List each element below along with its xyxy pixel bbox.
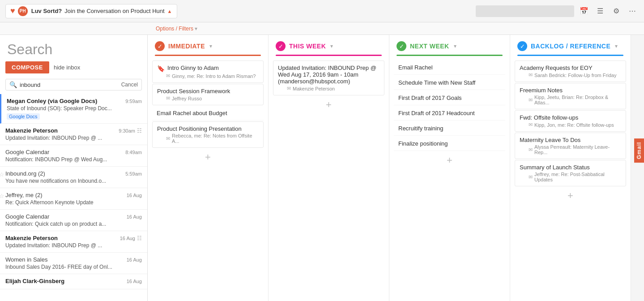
col-header-immediate: ✓ IMMEDIATE ▾ <box>148 35 268 51</box>
compose-button[interactable]: COMPOSE <box>5 61 49 73</box>
mail-icon: ✉ <box>166 136 170 142</box>
card-title: Updated Invitation: INBOUND Prep @ Wed A… <box>278 64 380 85</box>
kanban-card-simple[interactable]: Finalize positioning <box>394 137 505 151</box>
col-header-backlog: ✓ BACKLOG / REFERENCE ▾ <box>510 35 631 51</box>
kanban-card[interactable]: Product Positioning Presentation ✉Rebecc… <box>152 121 264 148</box>
kanban-col-backlog: ✓ BACKLOG / REFERENCE ▾ Academy Requests… <box>510 35 631 301</box>
email-time: 16 Aug☷ <box>120 235 142 241</box>
card-sub: ✉Alyssa Perreault: Maternity Leave- Rep.… <box>520 144 621 155</box>
kanban-card[interactable]: Maternity Leave To Dos ✉Alyssa Perreault… <box>515 133 626 159</box>
email-list-item[interactable]: Google Calendar 8:49am Notification: INB… <box>0 145 147 167</box>
email-time: 5:59am <box>125 171 142 176</box>
col-cards-next-week: Email RachelSchedule Time with New Staff… <box>389 56 510 301</box>
email-subject: You have new notifications on Inbound.o.… <box>5 178 122 184</box>
col-cards-immediate: 🔖Intro Ginny to Adam ✉Ginny, me: Re: Int… <box>148 56 268 301</box>
email-sender: Google Calendar <box>5 213 49 220</box>
card-title: Maternity Leave To Dos <box>520 137 621 143</box>
options-filters[interactable]: Options / Filters ▾ <box>156 26 197 32</box>
email-subject: Inbound Sales Day 2016- FREE day of Onl.… <box>5 264 122 270</box>
card-title: Summary of Launch Status <box>520 164 621 171</box>
add-card-btn-backlog[interactable]: + <box>565 190 576 202</box>
email-sender: Makenzie Peterson <box>5 127 58 134</box>
email-subject: Updated Invitation: INBOUND Prep @ ... <box>5 135 122 141</box>
calendar-icon[interactable]: 📅 <box>578 5 590 17</box>
ph-logo: PH <box>18 6 28 16</box>
kanban-board: ✓ IMMEDIATE ▾ 🔖Intro Ginny to Adam ✉Ginn… <box>148 35 644 301</box>
email-sender: Elijah Clark-Ginsberg <box>5 278 64 284</box>
heart-icon: ♥ <box>10 6 15 16</box>
card-sub: ✉Jeffrey, me: Re: Post-Sabbatical Update… <box>520 172 621 182</box>
kanban-col-immediate: ✓ IMMEDIATE ▾ 🔖Intro Ginny to Adam ✉Ginn… <box>148 35 269 301</box>
calendar-icon: ☷ <box>137 128 142 134</box>
card-sub: ✉Jeffrey Russo <box>157 95 259 101</box>
star-icon: ☆ <box>0 193 4 199</box>
email-subject: Notification: Quick catch up on product … <box>5 221 122 227</box>
add-card-btn-this-week[interactable]: + <box>323 99 335 111</box>
email-list-item[interactable]: ☆ Jeffrey, me (2) 16 Aug Re: Quick After… <box>0 188 147 210</box>
email-sender: Women in Sales <box>5 256 47 263</box>
kanban-card-simple[interactable]: Recruitify training <box>394 121 505 136</box>
kanban-card-simple[interactable]: Email Rachel <box>394 60 505 75</box>
col-title-next-week: NEXT WEEK <box>410 43 449 50</box>
bookmark-icon: 🔖 <box>157 65 165 72</box>
col-dropdown-next-week[interactable]: ▾ <box>454 43 456 49</box>
kanban-card[interactable]: Fwd: Offsite follow-ups ✉Kipp, Jon, me: … <box>515 110 626 132</box>
email-time: 9:30am☷ <box>119 128 142 134</box>
kanban-card[interactable]: Product Session Framework ✉Jeffrey Russo <box>152 84 264 105</box>
email-sender: Megan Conley (via Google Docs) <box>7 98 97 104</box>
kanban-col-next-week: ✓ NEXT WEEK ▾ Email RachelSchedule Time … <box>389 35 510 301</box>
col-title-immediate: IMMEDIATE <box>168 43 205 50</box>
card-sub: ✉Rebecca, me: Re: Notes from Offsite A..… <box>157 133 259 144</box>
email-sender: Makenzie Peterson <box>5 235 58 241</box>
kanban-card[interactable]: 🔖Intro Ginny to Adam ✉Ginny, me: Re: Int… <box>152 60 264 83</box>
search-icon: 🔍 <box>9 81 17 88</box>
kanban-col-this-week: ✓ THIS WEEK ▾ Updated Invitation: INBOUN… <box>269 35 389 301</box>
card-sub: ✉Kipp, Jeetu, Brian: Re: Dropbox & Atlas… <box>520 95 621 105</box>
kanban-card-simple[interactable]: First Draft of 2017 Headcount <box>394 106 505 120</box>
top-bar-right: 📅 ☰ ⚙ ⋯ <box>476 5 639 17</box>
col-title-this-week: THIS WEEK <box>289 43 326 50</box>
col-dropdown-this-week[interactable]: ▾ <box>330 43 333 49</box>
hide-inbox-link[interactable]: hide inbox <box>54 64 80 71</box>
ph-brand: Luv Sortd? <box>31 8 62 14</box>
kanban-card[interactable]: Academy Requests for EOY ✉Sarah Bedrick:… <box>515 60 626 82</box>
grid-icon[interactable]: ⋯ <box>626 5 639 17</box>
settings-icon[interactable]: ⚙ <box>610 5 623 17</box>
email-subject: Re: Quick Afternoon Keynote Update <box>5 199 122 206</box>
product-hunt-banner[interactable]: ♥ PH Luv Sortd? Join the Conversation on… <box>5 4 177 18</box>
mail-icon: ✉ <box>529 72 533 78</box>
search-title: Search <box>7 41 52 58</box>
mail-icon: ✉ <box>166 95 170 101</box>
email-list-item[interactable]: Elijah Clark-Ginsberg 16 Aug <box>0 274 147 289</box>
email-list-item[interactable]: Megan Conley (via Google Docs) 9:59am St… <box>0 94 147 124</box>
main-layout: Search COMPOSE hide inbox 🔍 Cancel Megan… <box>0 35 644 301</box>
email-list-item[interactable]: Google Calendar 16 Aug Notification: Qui… <box>0 210 147 231</box>
search-input[interactable] <box>20 82 119 88</box>
card-title: Fwd: Offsite follow-ups <box>520 114 621 121</box>
col-dropdown-backlog[interactable]: ▾ <box>615 43 618 49</box>
ph-text: Join the Conversation on Product Hunt <box>64 8 164 14</box>
email-list-item[interactable]: Makenzie Peterson 16 Aug☷ Updated Invita… <box>0 231 147 253</box>
col-dropdown-immediate[interactable]: ▾ <box>209 43 212 49</box>
add-card-btn-next-week[interactable]: + <box>444 155 456 166</box>
email-list-item[interactable]: Makenzie Peterson 9:30am☷ Updated Invita… <box>0 124 147 145</box>
kanban-card-simple[interactable]: Schedule Time with New Staff <box>394 76 505 90</box>
card-title: Academy Requests for EOY <box>520 64 621 71</box>
email-list-item[interactable]: Women in Sales 16 Aug Inbound Sales Day … <box>0 253 147 274</box>
sidebar-header: Search <box>0 35 147 61</box>
kanban-card-simple[interactable]: First Draft of 2017 Goals <box>394 91 505 105</box>
sidebar-actions: COMPOSE hide inbox <box>0 61 147 77</box>
kanban-card-simple[interactable]: Email Rachel about Budget <box>152 106 264 120</box>
kanban-card[interactable]: Updated Invitation: INBOUND Prep @ Wed A… <box>273 60 384 95</box>
top-bar: ♥ PH Luv Sortd? Join the Conversation on… <box>0 0 644 22</box>
email-time: 9:59am <box>125 99 142 104</box>
kanban-card[interactable]: Freemium Notes ✉Kipp, Jeetu, Brian: Re: … <box>515 83 626 109</box>
mail-icon: ✉ <box>529 97 533 103</box>
kanban-card[interactable]: Summary of Launch Status ✉Jeffrey, me: R… <box>515 160 626 186</box>
email-time: 16 Aug <box>127 193 142 198</box>
cancel-button[interactable]: Cancel <box>121 82 138 88</box>
add-card-btn-immediate[interactable]: + <box>202 151 214 163</box>
calendar2-icon[interactable]: ☰ <box>594 5 606 17</box>
gmail-tab[interactable]: Gmail <box>634 138 644 163</box>
email-list-item[interactable]: ☆ Inbound.org (2) 5:59am You have new no… <box>0 167 147 188</box>
